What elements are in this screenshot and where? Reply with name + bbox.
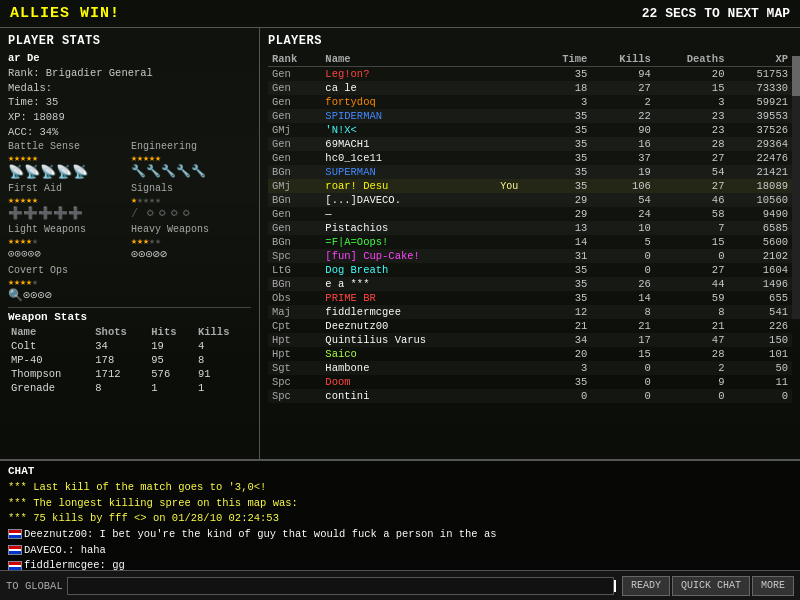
player-kills: 26: [591, 277, 654, 291]
player-row: BGne a ***3526441496: [268, 277, 792, 291]
player-xp: 2102: [728, 249, 792, 263]
weapon-cell: 91: [195, 367, 251, 381]
player-you-label: [496, 347, 538, 361]
player-name: fiddlermcgee: [321, 305, 496, 319]
player-rank: Obs: [268, 291, 321, 305]
player-you-label: [496, 81, 538, 95]
players-scrollbar[interactable]: [792, 56, 800, 319]
next-map-text: 22 SECS TO NEXT MAP: [642, 6, 790, 21]
player-name: e a ***: [321, 277, 496, 291]
quick-chat-button[interactable]: QUICK CHAT: [672, 576, 750, 596]
player-kills: 21: [591, 319, 654, 333]
player-time: 18: [538, 81, 591, 95]
player-kills: 27: [591, 81, 654, 95]
player-xp: 50: [728, 361, 792, 375]
player-name: roar! Desu: [321, 179, 496, 193]
player-xp: 39553: [728, 109, 792, 123]
player-deaths: 3: [655, 95, 729, 109]
player-name: Saico: [321, 347, 496, 361]
player-xp: 541: [728, 305, 792, 319]
player-stats-title: PLAYER STATS: [8, 34, 251, 48]
scrollbar-thumb[interactable]: [792, 56, 800, 96]
player-time: 35: [538, 123, 591, 137]
weapon-cell: Grenade: [8, 381, 92, 395]
player-xp: 18089: [728, 179, 792, 193]
player-name: contini: [321, 389, 496, 403]
skill-heavy-weapons: Heavy Weapons ★★★★★ ⊙⊙⊙⊘⊘: [131, 224, 251, 262]
player-kills: 5: [591, 235, 654, 249]
player-deaths: 0: [655, 249, 729, 263]
player-name: [...]DAVECO.: [321, 193, 496, 207]
ready-button[interactable]: READY: [622, 576, 670, 596]
weapon-cell: 576: [148, 367, 195, 381]
player-deaths: 27: [655, 179, 729, 193]
player-kills: 16: [591, 137, 654, 151]
player-name: hc0_1ce11: [321, 151, 496, 165]
player-you-label: [496, 319, 538, 333]
player-rank: Gen: [268, 221, 321, 235]
player-row: Gen69MACH135162829364: [268, 137, 792, 151]
player-you-label: [496, 277, 538, 291]
weapon-row: Colt34194: [8, 339, 251, 353]
player-kills: 24: [591, 207, 654, 221]
player-kills: 15: [591, 347, 654, 361]
player-deaths: 28: [655, 347, 729, 361]
player-deaths: 21: [655, 319, 729, 333]
player-you-label: [496, 207, 538, 221]
more-button[interactable]: MORE: [752, 576, 794, 596]
player-kills: 106: [591, 179, 654, 193]
player-xp: 37526: [728, 123, 792, 137]
player-row: Spccontini0000: [268, 389, 792, 403]
player-xp: 6585: [728, 221, 792, 235]
allies-win-text: ALLIES WIN!: [10, 5, 120, 22]
player-xp: 101: [728, 347, 792, 361]
player-you-label: [496, 249, 538, 263]
player-row: GenSPIDERMAN35222339553: [268, 109, 792, 123]
player-deaths: 2: [655, 361, 729, 375]
player-you-label: You: [496, 179, 538, 193]
player-deaths: 28: [655, 137, 729, 151]
flag-icon: [8, 529, 22, 539]
weapon-cell: 1712: [92, 367, 148, 381]
player-time: 13: [538, 221, 591, 235]
skill-covert-ops: Covert Ops ★★★★★ 🔍⊙⊙⊙⊘: [8, 265, 128, 303]
player-you-label: [496, 389, 538, 403]
chat-input[interactable]: [67, 577, 614, 595]
player-you-label: [496, 375, 538, 389]
weapon-cell: Thompson: [8, 367, 92, 381]
toolbar-buttons: READY QUICK CHAT MORE: [622, 576, 800, 596]
skill-light-weapons: Light Weapons ★★★★★ ⊙⊙⊙⊙⊘: [8, 224, 128, 262]
chat-message: *** The longest killing spree on this ma…: [8, 496, 792, 511]
player-rank: BGn: [268, 193, 321, 207]
chat-messages: *** Last kill of the match goes to '3,0<…: [8, 480, 792, 570]
player-name: PRIME BR: [321, 291, 496, 305]
player-name: Dog Breath: [321, 263, 496, 277]
player-row: Majfiddlermcgee1288541: [268, 305, 792, 319]
player-name: —: [321, 207, 496, 221]
player-rank: Hpt: [268, 333, 321, 347]
cursor-blink: [614, 580, 616, 592]
chat-message: fiddlermcgee: gg: [8, 558, 792, 570]
weapon-cell: 1: [195, 381, 251, 395]
player-kills: 94: [591, 67, 654, 82]
player-row: Gen—2924589490: [268, 207, 792, 221]
player-row: BGn[...]DAVECO.29544610560: [268, 193, 792, 207]
player-xp: 29364: [728, 137, 792, 151]
main-panels: PLAYER STATS ar De Rank: Brigadier Gener…: [0, 28, 800, 460]
player-row: Genhc0_1ce1135372722476: [268, 151, 792, 165]
player-row: ObsPRIME BR351459655: [268, 291, 792, 305]
player-deaths: 44: [655, 277, 729, 291]
skill-battle-sense: Battle Sense ★★★★★ 📡📡📡📡📡: [8, 141, 128, 180]
weapon-row: Grenade811: [8, 381, 251, 395]
weapon-cell: 178: [92, 353, 148, 367]
player-row: GMj'N!X<35902337526: [268, 123, 792, 137]
player-rank: Spc: [268, 249, 321, 263]
player-rank: BGn: [268, 235, 321, 249]
player-kills: 0: [591, 375, 654, 389]
player-row: GenPistachios131076585: [268, 221, 792, 235]
chat-message: Deeznutz00: I bet you're the kind of guy…: [8, 527, 792, 542]
chat-message: *** Last kill of the match goes to '3,0<…: [8, 480, 792, 495]
chat-message: *** 75 kills by fff <> on 01/28/10 02:24…: [8, 511, 792, 526]
player-you-label: [496, 151, 538, 165]
player-you-label: [496, 291, 538, 305]
